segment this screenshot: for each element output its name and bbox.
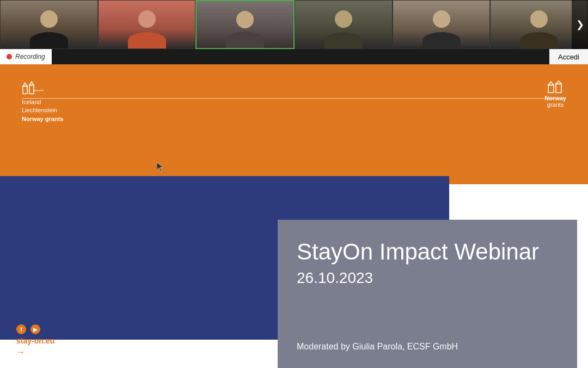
video-strip: ❯: [0, 0, 588, 49]
video-tile-2[interactable]: [98, 0, 196, 49]
svg-marker-1: [23, 83, 27, 86]
social-icons: f ▶: [16, 324, 54, 334]
video-tile-3[interactable]: [195, 0, 295, 49]
next-video-button[interactable]: ❯: [572, 0, 588, 49]
webinar-title: StayOn Impact Webinar: [297, 239, 558, 265]
right-building-icon: [547, 81, 564, 94]
facebook-icon: f: [16, 324, 26, 334]
website-link[interactable]: stay-on.eu: [16, 336, 54, 345]
left-logo-line2: Liechtenstein: [22, 106, 63, 114]
arrow-right-icon: →: [16, 347, 25, 357]
slide-content: Iceland Liechtenstein Norway grants Norw…: [0, 64, 588, 368]
right-logo: Norway grants: [544, 81, 566, 108]
right-logo-line2: grants: [544, 101, 566, 108]
svg-marker-6: [548, 82, 554, 85]
webinar-date: 26.10.2023: [297, 269, 558, 287]
orange-header: [0, 64, 588, 184]
recording-bar: Recording: [0, 49, 52, 64]
gray-panel: StayOn Impact Webinar 26.10.2023 Moderat…: [278, 220, 577, 368]
video-tile-4[interactable]: [295, 0, 393, 49]
left-logo-line1: Iceland: [22, 98, 63, 106]
svg-rect-5: [548, 85, 554, 93]
recording-dot: [7, 54, 12, 59]
webinar-moderator: Moderated by Giulia Parola, ECSF GmbH: [297, 342, 558, 352]
accedi-button[interactable]: Accedi: [549, 49, 588, 64]
divider-line: [22, 98, 566, 99]
left-logo: Iceland Liechtenstein Norway grants: [22, 81, 63, 123]
video-tile-5[interactable]: [393, 0, 491, 49]
video-tile-1[interactable]: [0, 0, 98, 49]
right-logo-line1: Norway: [544, 95, 566, 101]
svg-marker-8: [556, 81, 561, 84]
svg-rect-2: [29, 85, 34, 94]
footer-area: f ▶ stay-on.eu →: [16, 324, 54, 357]
svg-rect-7: [556, 84, 561, 93]
instagram-icon: ▶: [30, 324, 40, 334]
svg-marker-3: [29, 82, 34, 85]
left-logo-line3: Norway grants: [22, 115, 63, 123]
building-icons: [22, 81, 44, 96]
recording-label: Recording: [15, 53, 45, 61]
svg-rect-0: [23, 86, 27, 94]
